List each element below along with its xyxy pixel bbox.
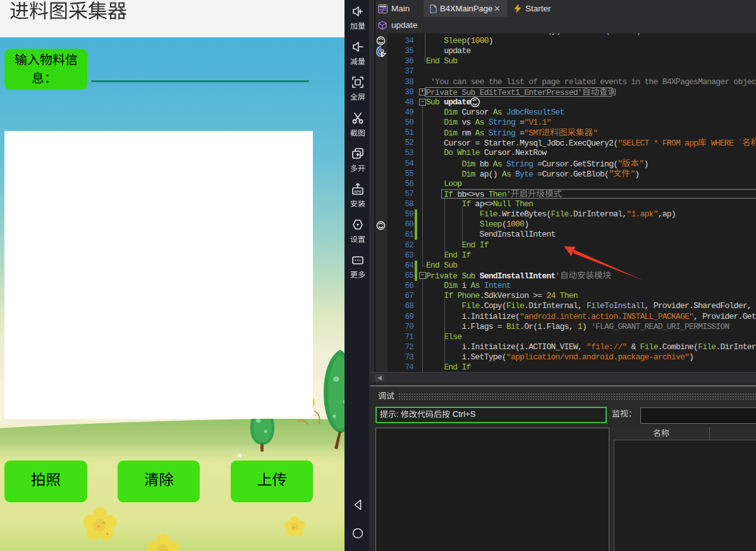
- svg-text:APK: APK: [353, 189, 362, 194]
